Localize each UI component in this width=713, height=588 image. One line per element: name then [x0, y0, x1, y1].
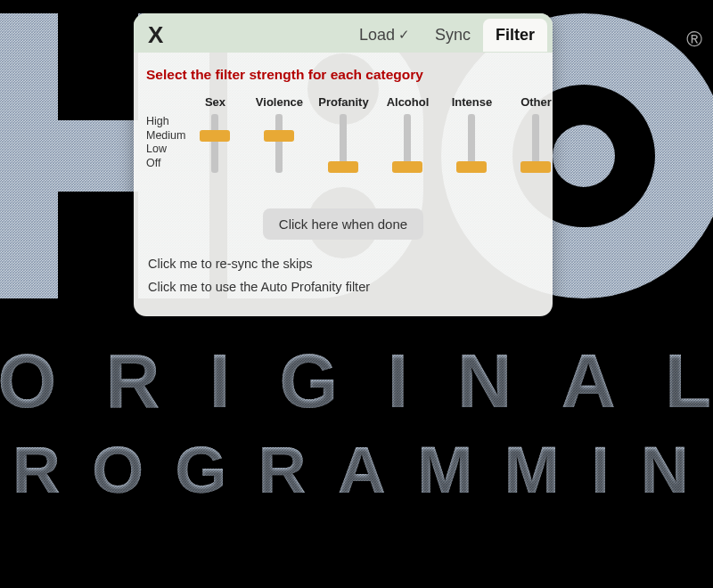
category-label: Other [520, 95, 552, 109]
registered-mark: ® [686, 27, 702, 52]
slider-thumb[interactable] [520, 161, 551, 173]
subtitle-char: G [175, 437, 231, 503]
slider-track[interactable] [532, 114, 539, 173]
subtitle-char: M [504, 437, 563, 503]
tab-bar: X Load✓SyncFilter [134, 13, 553, 53]
subtitle-char: O [0, 343, 61, 419]
close-button[interactable]: X [143, 21, 168, 49]
slider-intense: Intense [446, 95, 497, 173]
subtitle-char: R [105, 343, 164, 419]
instruction-text: Select the filter strength for each cate… [146, 67, 540, 83]
level-labels: HighMediumLowOff [146, 95, 185, 171]
slider-thumb[interactable] [328, 161, 358, 173]
filter-panel: X Load✓SyncFilter Select the filter stre… [134, 13, 553, 316]
done-button[interactable]: Click here when done [263, 208, 423, 240]
slider-thumb[interactable] [392, 161, 422, 173]
subtitle-char: G [279, 343, 342, 419]
subtitle: ORIGINAL PROGRAMMING [0, 343, 713, 503]
subtitle-char: R [12, 437, 65, 503]
slider-thumb[interactable] [200, 130, 230, 142]
slider-track[interactable] [468, 114, 475, 173]
subtitle-char: A [561, 343, 619, 419]
slider-thumb[interactable] [456, 161, 487, 173]
category-label: Sex [205, 95, 225, 109]
tab-filter[interactable]: Filter [483, 19, 547, 52]
subtitle-char: I [591, 437, 614, 503]
slider-other: Other [510, 95, 561, 173]
subtitle-char: N [457, 343, 516, 419]
subtitle-char: I [209, 343, 235, 419]
sliders-row: SexViolenceProfanityAlcoholIntenseOther [189, 95, 561, 173]
panel-body: Select the filter strength for each cate… [134, 53, 553, 304]
level-label: Off [146, 157, 185, 171]
subtitle-char: A [338, 437, 390, 503]
tab-load[interactable]: Load✓ [347, 19, 422, 52]
category-label: Violence [256, 95, 303, 109]
slider-violence: Violence [253, 95, 305, 173]
slider-thumb[interactable] [264, 130, 294, 142]
slider-profanity: Profanity [317, 95, 369, 173]
subtitle-char: M [417, 437, 477, 503]
level-label: Low [146, 143, 185, 157]
slider-sex: Sex [189, 95, 241, 173]
subtitle-char: R [258, 437, 311, 503]
slider-track[interactable] [340, 114, 347, 173]
slider-track[interactable] [211, 114, 218, 173]
category-label: Alcohol [387, 95, 430, 109]
resync-link[interactable]: Click me to re-sync the skips [146, 252, 540, 275]
tab-label: Filter [496, 26, 535, 45]
checkmark-icon: ✓ [398, 27, 410, 43]
filter-area: HighMediumLowOff SexViolenceProfanityAlc… [146, 95, 540, 173]
subtitle-char: L [665, 343, 713, 419]
subtitle-char: O [92, 437, 148, 503]
category-label: Intense [452, 95, 493, 109]
subtitle-char: N [641, 437, 693, 503]
level-label: High [146, 115, 185, 129]
subtitle-line-2: PROGRAMMING [0, 437, 713, 503]
tab-label: Load [359, 26, 395, 45]
subtitle-line-1: ORIGINAL [0, 343, 713, 419]
tab-sync[interactable]: Sync [422, 19, 483, 52]
subtitle-char: I [387, 343, 413, 419]
slider-track[interactable] [404, 114, 411, 173]
tab-label: Sync [435, 26, 471, 45]
slider-alcohol: Alcohol [381, 95, 433, 173]
level-label: Medium [146, 129, 185, 143]
auto-profanity-link[interactable]: Click me to use the Auto Profanity filte… [146, 275, 540, 298]
slider-track[interactable] [275, 114, 283, 173]
category-label: Profanity [318, 95, 368, 109]
